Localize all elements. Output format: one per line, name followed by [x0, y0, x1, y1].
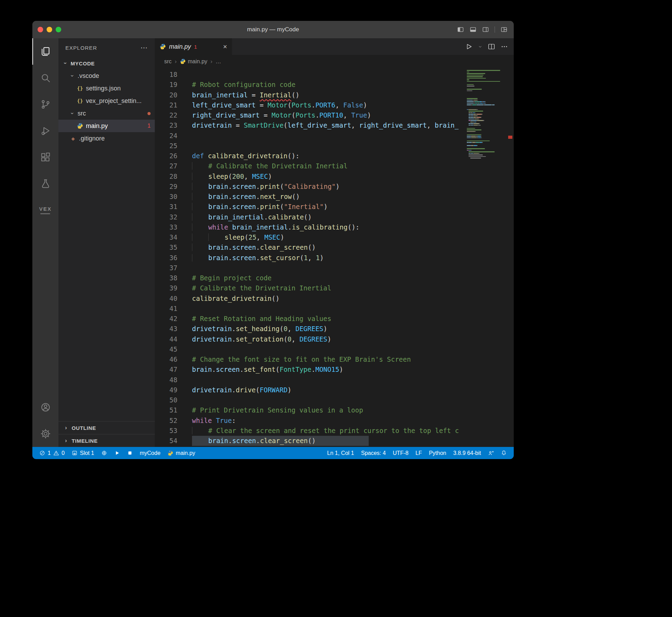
layout-customize-icon[interactable] — [501, 26, 507, 33]
activity-explorer[interactable] — [32, 38, 58, 65]
code-line-36[interactable]: 36 brain.screen.set_cursor(1, 1) — [155, 253, 514, 263]
code-line-26[interactable]: 26def calibrate_drivetrain(): — [155, 151, 514, 161]
status-python-interpreter[interactable]: 3.8.9 64-bit — [450, 447, 485, 459]
status-active-file[interactable]: main.py — [164, 447, 199, 459]
code-line-18[interactable]: 18 — [155, 70, 514, 80]
status-vex-slot[interactable]: Slot 1 — [68, 447, 98, 459]
code-line-27[interactable]: 27 # Calibrate the Drivetrain Inertial — [155, 161, 514, 171]
code-line-41[interactable]: 41 — [155, 304, 514, 314]
status-vex-run[interactable] — [111, 447, 123, 459]
code-line-29[interactable]: 29 brain.screen.print("Calibrating") — [155, 182, 514, 192]
editor-scrollbar[interactable] — [507, 68, 514, 447]
tree-item-mycode[interactable]: ›MYCODE — [58, 57, 155, 70]
activity-search[interactable] — [32, 65, 58, 91]
status-feedback[interactable] — [485, 447, 497, 459]
layout-sidebar-right-icon[interactable] — [482, 26, 489, 33]
code-line-40[interactable]: 40calibrate_drivetrain() — [155, 294, 514, 304]
status-notifications[interactable] — [497, 447, 510, 459]
code-line-24[interactable]: 24 — [155, 131, 514, 141]
tree-item-gitignore[interactable]: ◆.gitignore — [58, 132, 155, 145]
code-line-39[interactable]: 39# Calibrate the Drivetrain Inertial — [155, 283, 514, 293]
code-editor[interactable]: 1819# Robot configuration code20brain_in… — [155, 68, 514, 447]
run-options-icon[interactable] — [478, 45, 482, 49]
close-window-button[interactable] — [38, 27, 43, 32]
layout-sidebar-left-icon[interactable] — [457, 26, 464, 33]
code-line-49[interactable]: 49drivetrain.drive(FORWARD) — [155, 385, 514, 395]
close-tab-icon[interactable]: × — [223, 43, 227, 51]
status-project-name[interactable]: myCode — [136, 447, 164, 459]
code-line-33[interactable]: 33 while brain_inertial.is_calibrating()… — [155, 222, 514, 232]
code-line-19[interactable]: 19# Robot configuration code — [155, 80, 514, 90]
code-line-52[interactable]: 52while True: — [155, 416, 514, 426]
code-line-37[interactable]: 37 — [155, 263, 514, 273]
tree-item-settings-json[interactable]: {}settings.json — [58, 82, 155, 95]
status-indentation[interactable]: Spaces: 4 — [358, 447, 389, 459]
status-left: 10Slot 1myCodemain.py — [36, 447, 199, 459]
status-vex-stop[interactable] — [123, 447, 136, 459]
chevron-down-icon[interactable]: › — [69, 111, 75, 116]
layout-panel-icon[interactable] — [470, 26, 477, 33]
activity-settings[interactable] — [32, 420, 58, 447]
minimap[interactable] — [465, 68, 507, 447]
code-line-35[interactable]: 35 brain.screen.clear_screen() — [155, 242, 514, 253]
activity-testing[interactable] — [32, 170, 58, 197]
line-number: 46 — [155, 354, 177, 364]
status-vex-brain[interactable] — [98, 447, 111, 459]
code-line-28[interactable]: 28 sleep(200, MSEC) — [155, 171, 514, 182]
activity-accounts[interactable] — [32, 394, 58, 420]
run-python-file-icon[interactable] — [465, 43, 473, 50]
code-line-47[interactable]: 47brain.screen.set_font(FontType.MONO15) — [155, 364, 514, 375]
code-line-48[interactable]: 48 — [155, 375, 514, 385]
chevron-down-icon[interactable]: › — [62, 61, 69, 66]
code-line-54[interactable]: 54 brain.screen.clear_screen() — [155, 436, 514, 446]
code-line-30[interactable]: 30 brain.screen.next_row() — [155, 192, 514, 202]
activity-run-debug[interactable] — [32, 118, 58, 144]
code-line-43[interactable]: 43drivetrain.set_heading(0, DEGREES) — [155, 324, 514, 334]
status-language-mode[interactable]: Python — [425, 447, 450, 459]
titlebar[interactable]: main.py — myCode — [32, 21, 514, 38]
code-line-25[interactable]: 25 — [155, 141, 514, 151]
tab-main-py[interactable]: main.py 1 × — [155, 38, 232, 55]
code-line-46[interactable]: 46# Change the font size to fit on the E… — [155, 354, 514, 364]
code-line-32[interactable]: 32 brain_inertial.calibrate() — [155, 212, 514, 222]
tab-label: main.py — [169, 43, 191, 50]
breadcrumb-src[interactable]: src — [164, 58, 171, 65]
code-line-42[interactable]: 42# Reset Rotation and Heading values — [155, 314, 514, 324]
code-line-20[interactable]: 20brain_inertial = Inertial() — [155, 90, 514, 100]
panel-timeline[interactable]: ›TIMELINE — [58, 434, 155, 447]
tree-item-vscode[interactable]: ›.vscode — [58, 70, 155, 82]
code-line-31[interactable]: 31 brain.screen.print("Inertial") — [155, 202, 514, 212]
code-line-53[interactable]: 53 # Clear the screen and reset the prin… — [155, 426, 514, 436]
code-line-22[interactable]: 22right_drive_smart = Motor(Ports.PORT10… — [155, 110, 514, 120]
status-encoding[interactable]: UTF-8 — [389, 447, 412, 459]
zoom-window-button[interactable] — [56, 27, 61, 32]
code-line-38[interactable]: 38# Begin project code — [155, 273, 514, 283]
code-line-23[interactable]: 23drivetrain = SmartDrive(left_drive_sma… — [155, 120, 514, 130]
panel-outline[interactable]: ›OUTLINE — [58, 422, 155, 434]
status-eol[interactable]: LF — [412, 447, 425, 459]
breadcrumb-main-py[interactable]: main.py — [180, 58, 207, 65]
activity-extensions[interactable] — [32, 144, 58, 170]
testing-icon — [40, 178, 51, 189]
activity-vex[interactable]: VEX — [32, 197, 58, 223]
status-problems[interactable]: 10 — [36, 447, 68, 459]
code-line-21[interactable]: 21left_drive_smart = Motor(Ports.PORT6, … — [155, 100, 514, 110]
line-content: # Calibrate the Drivetrain Inertial — [177, 283, 331, 293]
activity-source-control[interactable] — [32, 91, 58, 118]
code-line-50[interactable]: 50 — [155, 395, 514, 405]
tree-item-src[interactable]: ›src — [58, 107, 155, 120]
line-number: 51 — [155, 405, 177, 415]
tree-item-main-py[interactable]: main.py1 — [58, 120, 155, 132]
chevron-down-icon[interactable]: › — [69, 73, 75, 79]
minimize-window-button[interactable] — [47, 27, 52, 32]
code-line-51[interactable]: 51# Print Drivetrain Sensing values in a… — [155, 405, 514, 415]
more-actions-icon[interactable]: ⋯ — [141, 43, 148, 52]
breadcrumb--[interactable]: … — [216, 58, 221, 65]
editor-more-actions-icon[interactable] — [501, 43, 508, 50]
split-editor-icon[interactable] — [488, 43, 495, 50]
status-cursor-position[interactable]: Ln 1, Col 1 — [324, 447, 358, 459]
code-line-45[interactable]: 45 — [155, 344, 514, 354]
code-line-44[interactable]: 44drivetrain.set_rotation(0, DEGREES) — [155, 334, 514, 344]
code-line-34[interactable]: 34 sleep(25, MSEC) — [155, 232, 514, 242]
tree-item-vex-project-settin[interactable]: {}vex_project_settin... — [58, 95, 155, 107]
